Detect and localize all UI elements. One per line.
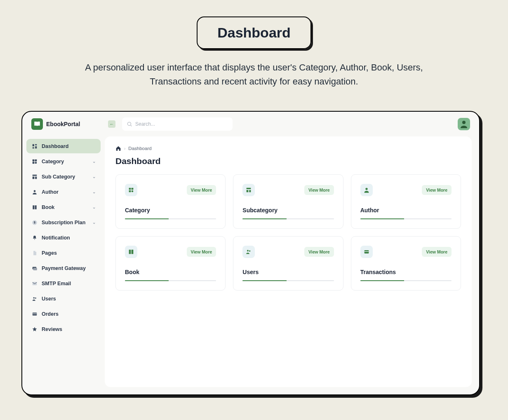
view-more-button[interactable]: View More (304, 247, 334, 257)
sidebar-item-label: Reviews (42, 326, 62, 332)
svg-rect-9 (32, 162, 34, 164)
main-content: › Dashboard Dashboard View More Category (105, 136, 472, 387)
users-icon (31, 296, 38, 302)
view-more-button[interactable]: View More (187, 247, 216, 257)
card-title: Book (125, 269, 216, 275)
sidebar-item-reviews[interactable]: Reviews (26, 322, 101, 336)
app-header: EbookPortal ← (22, 112, 479, 136)
svg-rect-23 (32, 314, 37, 314)
svg-point-21 (35, 297, 36, 298)
grid-icon (125, 184, 137, 196)
svg-point-20 (33, 297, 35, 299)
card-title: Transactions (360, 269, 452, 275)
card-title: Author (360, 207, 452, 214)
sidebar-item-label: Pages (42, 250, 57, 256)
svg-rect-26 (129, 190, 131, 192)
sidebar-item-label: Author (42, 189, 59, 195)
svg-rect-13 (35, 176, 37, 179)
users-icon (242, 246, 255, 258)
svg-rect-35 (364, 251, 369, 252)
page-icon (31, 250, 38, 256)
dashboard-icon (31, 143, 38, 149)
book-icon (31, 204, 38, 210)
card-transactions: View More Transactions (351, 236, 461, 291)
svg-point-2 (462, 121, 466, 124)
sidebar-item-author[interactable]: Author ⌄ (26, 185, 101, 199)
brand[interactable]: EbookPortal (31, 118, 101, 130)
sidebar-collapse-button[interactable]: ← (108, 120, 115, 128)
svg-rect-30 (249, 190, 251, 192)
brand-logo-icon (31, 118, 43, 130)
user-icon (360, 184, 373, 196)
svg-line-1 (131, 125, 132, 127)
page-subtitle: A personalized user interface that displ… (68, 61, 440, 89)
breadcrumb-current: Dashboard (128, 146, 151, 151)
sidebar: Dashboard Category ⌄ Sub Category ⌄ (22, 136, 105, 394)
svg-rect-28 (247, 188, 251, 189)
sidebar-item-notification[interactable]: Notification (26, 230, 101, 245)
svg-rect-3 (32, 144, 34, 146)
svg-rect-5 (35, 146, 37, 148)
mail-icon (31, 280, 38, 286)
svg-rect-8 (35, 159, 37, 161)
sidebar-item-payment-gateway[interactable]: Payment Gateway (26, 261, 101, 275)
sidebar-item-subscription-plan[interactable]: $ Subscription Plan ⌄ (26, 215, 101, 230)
bell-icon (31, 235, 38, 241)
home-icon[interactable] (115, 145, 121, 151)
card-title: Users (242, 269, 334, 275)
svg-point-0 (127, 122, 131, 126)
progress-bar (242, 218, 334, 219)
svg-point-31 (365, 188, 367, 190)
search-input[interactable] (122, 117, 233, 131)
svg-point-33 (249, 251, 250, 252)
brand-name: EbookPortal (46, 121, 80, 127)
progress-bar (360, 280, 452, 281)
svg-rect-7 (32, 159, 34, 161)
chevron-right-icon: › (124, 146, 125, 151)
svg-rect-18 (33, 268, 37, 270)
sidebar-item-label: Sub Category (42, 174, 75, 180)
layout-icon (242, 184, 255, 196)
svg-point-32 (247, 250, 249, 252)
view-more-button[interactable]: View More (304, 185, 334, 195)
sidebar-item-label: Category (42, 159, 64, 164)
sidebar-item-smtp-email[interactable]: SMTP Email (26, 276, 101, 291)
book-icon (125, 246, 137, 258)
svg-rect-19 (32, 282, 37, 285)
card-subcategory: View More Subcategory (233, 174, 343, 229)
svg-rect-4 (35, 144, 37, 145)
app-frame: EbookPortal ← Dashboard (21, 111, 480, 395)
progress-bar (125, 218, 216, 219)
svg-rect-6 (32, 147, 34, 148)
sidebar-item-label: SMTP Email (42, 281, 71, 286)
credit-card-icon (360, 246, 373, 258)
search-icon (127, 121, 132, 127)
chevron-down-icon: ⌄ (92, 220, 96, 225)
credit-card-icon (31, 311, 38, 317)
svg-rect-12 (32, 176, 34, 179)
chevron-down-icon: ⌄ (92, 205, 96, 209)
page-title-pill: Dashboard (197, 16, 311, 49)
sidebar-item-label: Subscription Plan (42, 220, 85, 225)
view-more-button[interactable]: View More (422, 247, 452, 257)
sidebar-item-label: Payment Gateway (42, 265, 86, 271)
view-more-button[interactable]: View More (422, 185, 452, 195)
svg-point-27 (132, 190, 134, 192)
sidebar-item-book[interactable]: Book ⌄ (26, 200, 101, 214)
card-title: Category (125, 207, 216, 214)
user-avatar[interactable] (458, 118, 470, 130)
sidebar-item-label: Notification (42, 235, 70, 241)
sidebar-item-dashboard[interactable]: Dashboard (26, 139, 101, 153)
sidebar-item-category[interactable]: Category ⌄ (26, 154, 101, 169)
sidebar-item-orders[interactable]: Orders (26, 307, 101, 321)
sidebar-item-sub-category[interactable]: Sub Category ⌄ (26, 169, 101, 184)
view-more-button[interactable]: View More (187, 185, 216, 195)
svg-rect-24 (129, 188, 131, 190)
card-stack-icon (31, 265, 38, 271)
sidebar-item-users[interactable]: Users (26, 291, 101, 306)
cards-grid: View More Category View More Subcategory (115, 174, 461, 291)
grid-icon (31, 158, 38, 164)
svg-point-14 (33, 190, 35, 192)
sidebar-item-label: Orders (42, 311, 59, 317)
sidebar-item-pages[interactable]: Pages (26, 246, 101, 260)
